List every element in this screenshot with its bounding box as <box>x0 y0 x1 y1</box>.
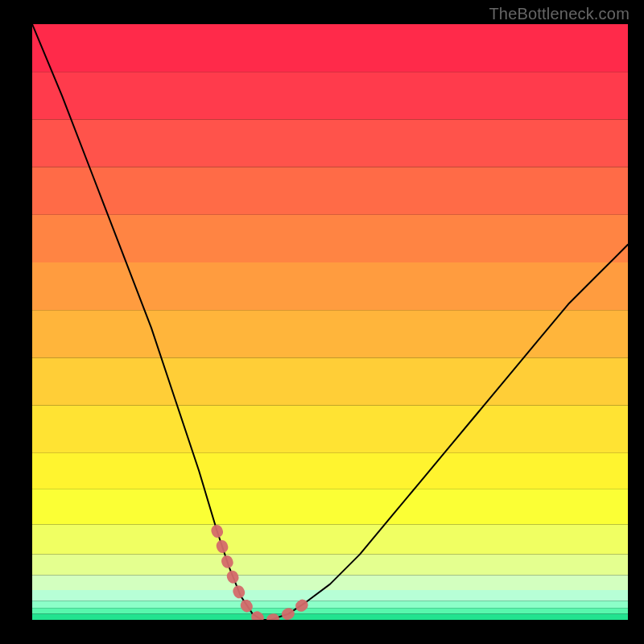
background-band <box>32 525 628 555</box>
background-band <box>32 119 628 167</box>
bottleneck-chart <box>32 24 628 620</box>
background-band <box>32 453 628 489</box>
background-band <box>32 310 628 357</box>
background-band <box>32 357 628 405</box>
background-band <box>32 406 628 453</box>
background-band <box>32 555 628 576</box>
background-band <box>32 601 628 608</box>
background-band <box>32 262 628 310</box>
background-band <box>32 608 628 613</box>
chart-frame: TheBottleneck.com <box>0 0 644 644</box>
background-band <box>32 24 628 72</box>
background-band <box>32 590 628 601</box>
background-band <box>32 489 628 524</box>
background-band <box>32 215 628 262</box>
watermark-text: TheBottleneck.com <box>489 5 630 23</box>
background-band <box>32 167 628 215</box>
background-band <box>32 614 628 620</box>
background-band <box>32 72 628 119</box>
background-band <box>32 576 628 591</box>
plot-area <box>32 24 628 620</box>
